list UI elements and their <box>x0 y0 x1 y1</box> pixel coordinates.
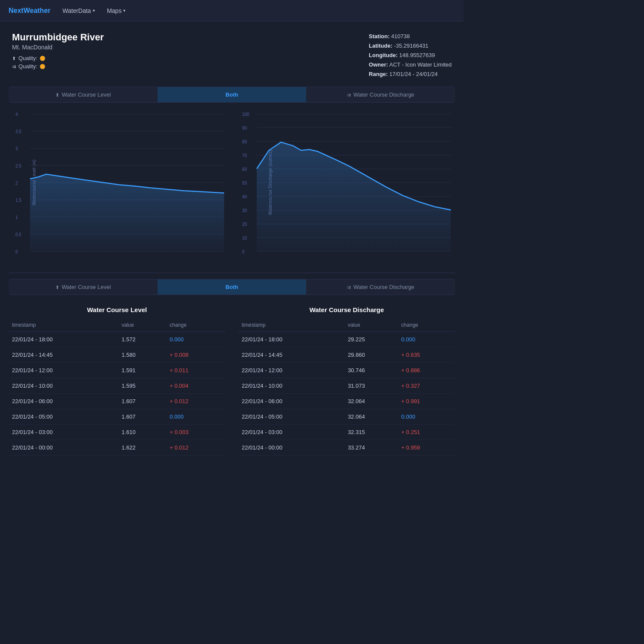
station-info-left: Murrumbidgee River Mt. MacDonald Quality… <box>12 32 104 71</box>
discharge-timestamp: 22/01/24 - 18:00 <box>238 332 344 347</box>
discharge-table-row: 22/01/24 - 12:00 30.746 + 0.886 <box>238 363 455 378</box>
level-value: 1.610 <box>118 425 166 440</box>
discharge-change: 0.000 <box>398 332 455 347</box>
discharge-col-value: value <box>344 319 398 332</box>
level-timestamp: 22/01/24 - 14:45 <box>9 347 118 363</box>
discharge-change: + 0.959 <box>398 440 455 456</box>
tab-both-bottom[interactable]: Both <box>158 279 307 295</box>
level-timestamp: 22/01/24 - 05:00 <box>9 409 118 425</box>
level-col-value: value <box>118 319 166 332</box>
discharge-timestamp: 22/01/24 - 12:00 <box>238 363 344 378</box>
level-icon <box>55 91 59 98</box>
nav-maps[interactable]: Maps ▾ <box>107 7 125 14</box>
level-col-change: change <box>166 319 225 332</box>
discharge-timestamp: 22/01/24 - 14:45 <box>238 347 344 363</box>
level-chart-svg <box>30 114 224 251</box>
discharge-table-row: 22/01/24 - 18:00 29.225 0.000 <box>238 332 455 347</box>
level-change: + 0.012 <box>166 394 225 409</box>
quality-level-row: Quality: <box>12 55 104 61</box>
discharge-timestamp: 22/01/24 - 03:00 <box>238 425 344 440</box>
charts-section: Watercourse Level (m) 4 3.5 3 2.5 2 1.5 … <box>0 103 464 273</box>
level-table-row: 22/01/24 - 06:00 1.607 + 0.012 <box>9 394 225 409</box>
tab-discharge-top[interactable]: Water Course Discharge <box>306 87 455 102</box>
tab-both-top[interactable]: Both <box>158 87 307 102</box>
level-value: 1.572 <box>118 332 166 347</box>
quality-level-label: Quality: <box>18 55 37 61</box>
discharge-value: 30.746 <box>344 363 398 378</box>
discharge-table-row: 22/01/24 - 03:00 32.315 + 0.251 <box>238 425 455 440</box>
level-chart-area: Watercourse Level (m) 4 3.5 3 2.5 2 1.5 … <box>30 114 224 251</box>
discharge-table-row: 22/01/24 - 05:00 32.064 0.000 <box>238 409 455 425</box>
level-table-row: 22/01/24 - 12:00 1.591 + 0.011 <box>9 363 225 378</box>
level-change: + 0.008 <box>166 347 225 363</box>
discharge-col-timestamp: timestamp <box>238 319 344 332</box>
level-table-row: 22/01/24 - 00:00 1.622 + 0.012 <box>9 440 225 456</box>
discharge-table-row: 22/01/24 - 06:00 32.064 + 0.991 <box>238 394 455 409</box>
level-value: 1.607 <box>118 409 166 425</box>
discharge-value: 33.274 <box>344 440 398 456</box>
discharge-timestamp: 22/01/24 - 05:00 <box>238 409 344 425</box>
data-tables: Water Course Level timestamp value chang… <box>9 306 455 456</box>
discharge-timestamp: 22/01/24 - 10:00 <box>238 378 344 394</box>
discharge-value: 32.064 <box>344 409 398 425</box>
level-timestamp: 22/01/24 - 18:00 <box>9 332 118 347</box>
location-name: Mt. MacDonald <box>12 44 104 51</box>
discharge-table-row: 22/01/24 - 00:00 33.274 + 0.959 <box>238 440 455 456</box>
top-tab-bar: Water Course Level Both Water Course Dis… <box>9 87 455 103</box>
level-table: timestamp value change 22/01/24 - 18:00 … <box>9 319 225 456</box>
level-value: 1.591 <box>118 363 166 378</box>
discharge-value: 32.064 <box>344 394 398 409</box>
discharge-change: + 0.991 <box>398 394 455 409</box>
level-value: 1.607 <box>118 394 166 409</box>
level-table-row: 22/01/24 - 10:00 1.595 + 0.004 <box>9 378 225 394</box>
station-header: Murrumbidgee River Mt. MacDonald Quality… <box>0 21 464 87</box>
level-change: + 0.012 <box>166 440 225 456</box>
level-change: + 0.003 <box>166 425 225 440</box>
level-change: + 0.004 <box>166 378 225 394</box>
brand[interactable]: NextWeather <box>9 7 51 15</box>
discharge-table-row: 22/01/24 - 14:45 29.860 + 0.635 <box>238 347 455 363</box>
level-timestamp: 22/01/24 - 10:00 <box>9 378 118 394</box>
tab-level-bottom[interactable]: Water Course Level <box>9 279 158 295</box>
discharge-value: 29.225 <box>344 332 398 347</box>
discharge-col-change: change <box>398 319 455 332</box>
discharge-table-wrap: Water Course Discharge timestamp value c… <box>238 306 455 456</box>
level-change: + 0.011 <box>166 363 225 378</box>
discharge-table-row: 22/01/24 - 10:00 31.073 + 0.327 <box>238 378 455 394</box>
discharge-value: 29.860 <box>344 347 398 363</box>
level-timestamp: 22/01/24 - 12:00 <box>9 363 118 378</box>
level-chart-wrap: Watercourse Level (m) 4 3.5 3 2.5 2 1.5 … <box>9 109 228 264</box>
data-section: Water Course Level timestamp value chang… <box>0 295 464 468</box>
nav-waterdata[interactable]: WaterData ▾ <box>63 7 95 14</box>
tab-level-top[interactable]: Water Course Level <box>9 87 158 102</box>
quality-discharge-label: Quality: <box>18 63 37 70</box>
chevron-down-icon: ▾ <box>123 8 125 13</box>
discharge-change: 0.000 <box>398 409 455 425</box>
level-value: 1.595 <box>118 378 166 394</box>
section-divider <box>9 273 455 273</box>
river-name: Murrumbidgee River <box>12 32 104 43</box>
discharge-change: + 0.635 <box>398 347 455 363</box>
quality-level-dot <box>40 56 45 61</box>
discharge-icon <box>347 91 351 98</box>
level-value: 1.580 <box>118 347 166 363</box>
discharge-change: + 0.327 <box>398 378 455 394</box>
level-col-timestamp: timestamp <box>9 319 118 332</box>
discharge-icon <box>12 63 16 70</box>
quality-discharge-dot <box>40 64 45 69</box>
tab-discharge-bottom[interactable]: Water Course Discharge <box>306 279 455 295</box>
navbar: NextWeather WaterData ▾ Maps ▾ <box>0 0 464 21</box>
chevron-down-icon: ▾ <box>93 8 95 13</box>
discharge-chart-area: Watercourse Discharge (cumec) 100 90 80 … <box>257 114 451 251</box>
discharge-icon <box>347 284 351 290</box>
level-table-row: 22/01/24 - 05:00 1.607 0.000 <box>9 409 225 425</box>
level-table-row: 22/01/24 - 03:00 1.610 + 0.003 <box>9 425 225 440</box>
bottom-tab-bar: Water Course Level Both Water Course Dis… <box>9 279 455 295</box>
discharge-table-title: Water Course Discharge <box>238 306 455 313</box>
discharge-table: timestamp value change 22/01/24 - 18:00 … <box>238 319 455 456</box>
level-table-row: 22/01/24 - 18:00 1.572 0.000 <box>9 332 225 347</box>
level-timestamp: 22/01/24 - 00:00 <box>9 440 118 456</box>
level-icon <box>55 284 59 290</box>
discharge-value: 31.073 <box>344 378 398 394</box>
level-timestamp: 22/01/24 - 06:00 <box>9 394 118 409</box>
